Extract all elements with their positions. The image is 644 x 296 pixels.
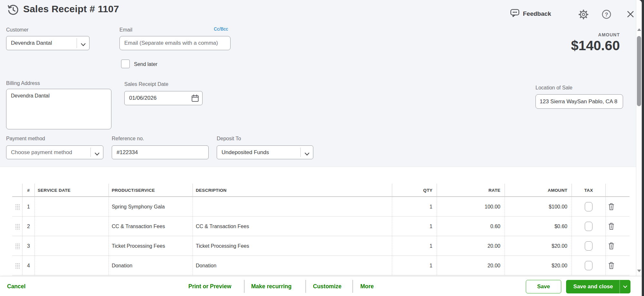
billing-address-label: Billing Address	[6, 80, 40, 86]
feedback-button[interactable]: Feedback	[510, 9, 551, 19]
email-label: Email	[119, 27, 132, 33]
product-service-value: Spring Symphony Gala	[112, 204, 165, 210]
feedback-label: Feedback	[523, 10, 551, 17]
tax-checkbox[interactable]	[585, 241, 592, 251]
select-divider	[90, 148, 91, 157]
cell-amount[interactable]: $20.00	[505, 236, 572, 256]
rate-value: 100.00	[485, 204, 500, 210]
delete-row-button[interactable]	[608, 242, 615, 250]
cell-rate[interactable]: 0.60	[437, 217, 505, 236]
scroll-up-arrow-icon[interactable]	[637, 28, 641, 31]
send-later-checkbox[interactable]	[121, 60, 130, 68]
location-of-sale-input[interactable]: 123 Sierra WaySan Pablo, CA 8	[535, 94, 623, 109]
calendar-icon[interactable]	[191, 94, 199, 104]
cell-rate[interactable]: 20.00	[437, 236, 505, 256]
customize-button[interactable]: Customize	[313, 283, 341, 290]
tax-checkbox[interactable]	[585, 261, 592, 270]
sales-receipt-date-input[interactable]: 01/06/2026	[124, 91, 203, 105]
footer-divider	[306, 280, 306, 293]
th-amount: AMOUNT	[548, 188, 567, 193]
cell-amount[interactable]: $20.00	[505, 256, 572, 275]
help-button[interactable]: ?	[602, 10, 611, 20]
qty-value: 1	[430, 243, 432, 249]
reference-no-input[interactable]	[112, 145, 209, 159]
product-service-value: CC & Transaction Fees	[112, 224, 165, 229]
save-options-toggle[interactable]	[620, 280, 630, 293]
make-recurring-button[interactable]: Make recurring	[251, 283, 291, 290]
cell-product-service[interactable]: Ticket Processing Fees	[109, 236, 193, 256]
row-number: 1	[27, 204, 30, 210]
close-button[interactable]	[627, 10, 634, 19]
scrollbar-thumb[interactable]	[637, 36, 641, 106]
drag-handle-icon[interactable]	[15, 204, 20, 210]
title-bar: Sales Receipt # 1107 Feedback	[0, 0, 642, 20]
cell-rate[interactable]: 100.00	[437, 197, 505, 217]
cell-qty[interactable]: 1	[392, 256, 437, 275]
footer-divider	[353, 280, 353, 293]
cell-qty[interactable]: 1	[392, 217, 437, 236]
cell-product-service[interactable]: Donation	[109, 256, 193, 275]
cell-description[interactable]	[193, 197, 392, 217]
select-divider	[77, 38, 77, 48]
deposit-to-select[interactable]: Undeposited Funds	[217, 145, 313, 159]
send-later-label: Send later	[134, 61, 157, 67]
print-or-preview-button[interactable]: Print or Preview	[188, 283, 231, 290]
cell-qty[interactable]: 1	[392, 197, 437, 217]
th-tax: TAX	[584, 188, 593, 193]
payment-method-select[interactable]: Choose payment method	[6, 145, 103, 159]
delete-row-button[interactable]	[608, 261, 615, 270]
vertical-scrollbar[interactable]	[636, 0, 642, 276]
cell-service-date[interactable]	[35, 217, 109, 236]
line-items-table: # SERVICE DATE PRODUCT/SERVICE DESCRIPTI…	[12, 184, 630, 275]
product-service-value: Ticket Processing Fees	[112, 243, 165, 249]
th-number: #	[27, 188, 30, 193]
more-button[interactable]: More	[360, 283, 374, 290]
cell-description[interactable]: Ticket Processing Fees	[193, 236, 392, 256]
qty-value: 1	[430, 204, 432, 210]
cell-qty[interactable]: 1	[392, 236, 437, 256]
save-button[interactable]: Save	[526, 280, 561, 293]
form-section: Customer Devendra Dantal Email Cc/Bcc Se…	[0, 20, 636, 167]
save-and-close-label: Save and close	[566, 283, 620, 290]
cell-product-service[interactable]: Spring Symphony Gala	[109, 197, 193, 217]
email-input[interactable]	[119, 36, 231, 50]
cell-service-date[interactable]	[35, 256, 109, 275]
payment-method-value: Choose payment method	[6, 149, 72, 156]
scroll-down-arrow-icon[interactable]	[637, 270, 641, 272]
footer-divider	[244, 280, 244, 293]
cc-bcc-link[interactable]: Cc/Bcc	[214, 26, 228, 32]
settings-button[interactable]	[579, 10, 588, 21]
cell-amount[interactable]: $100.00	[505, 197, 572, 217]
delete-row-button[interactable]	[608, 222, 615, 231]
cancel-button[interactable]: Cancel	[7, 283, 25, 290]
rate-value: 20.00	[488, 243, 500, 249]
chevron-down-icon	[305, 151, 309, 157]
cell-service-date[interactable]	[35, 236, 109, 256]
cell-product-service[interactable]: CC & Transaction Fees	[109, 217, 193, 236]
cell-service-date[interactable]	[35, 197, 109, 217]
drag-handle-icon[interactable]	[15, 223, 20, 229]
save-and-close-button[interactable]: Save and close	[566, 280, 630, 293]
cell-description[interactable]: CC & Transaction Fees	[193, 217, 392, 236]
amount-value: $140.60	[571, 38, 620, 53]
tax-checkbox[interactable]	[585, 202, 592, 211]
cell-amount[interactable]: $0.60	[505, 217, 572, 236]
th-description: DESCRIPTION	[196, 188, 227, 193]
clock-history-icon	[7, 4, 19, 17]
deposit-to-label: Deposit To	[217, 136, 241, 142]
drag-handle-icon[interactable]	[15, 263, 20, 269]
drag-handle-icon[interactable]	[15, 243, 20, 249]
table-row: 4 Donation Donation 1 20.00 $20.00	[12, 256, 630, 275]
billing-address-textarea[interactable]: Devendra Dantal	[6, 89, 111, 129]
location-of-sale-value: 123 Sierra WaySan Pablo, CA 8	[536, 98, 617, 105]
cell-description[interactable]: Donation	[193, 256, 392, 275]
rate-value: 0.60	[490, 224, 500, 229]
cell-rate[interactable]: 20.00	[437, 256, 505, 275]
delete-row-button[interactable]	[608, 202, 615, 211]
chevron-down-icon	[95, 151, 99, 157]
tax-checkbox[interactable]	[585, 222, 592, 231]
svg-text:?: ?	[605, 12, 608, 17]
table-row: 3 Ticket Processing Fees Ticket Processi…	[12, 236, 630, 256]
customer-select[interactable]: Devendra Dantal	[6, 36, 90, 50]
th-rate: RATE	[488, 188, 500, 193]
